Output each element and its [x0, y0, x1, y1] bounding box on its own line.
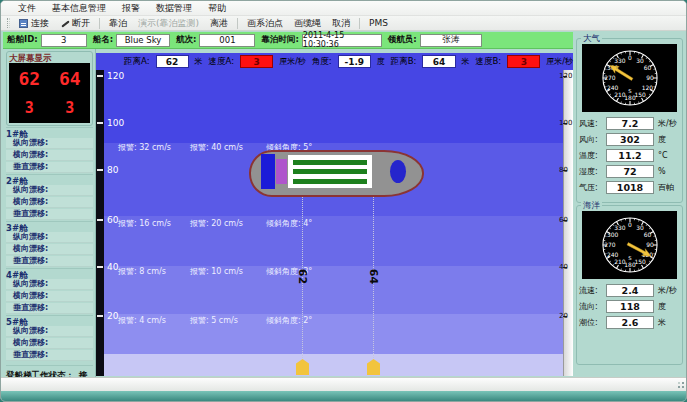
measure-value-2: -1.9 — [338, 55, 371, 68]
sensor-marker-1 — [367, 359, 380, 375]
svg-text:120: 120 — [641, 84, 653, 91]
menu-item-3[interactable]: 数据管理 — [149, 1, 199, 16]
ship-diagram — [249, 150, 424, 197]
environment-panel: 大气 0306090120150180210240270300330S 风速:7… — [574, 32, 685, 377]
measure-value-0: 62 — [156, 55, 189, 68]
menu-item-1[interactable]: 基本信息管理 — [45, 1, 113, 16]
svg-text:330: 330 — [614, 57, 626, 64]
axis-tick-label-right: 20 — [559, 312, 573, 320]
svg-text:330: 330 — [614, 224, 626, 231]
svg-text:60: 60 — [643, 64, 651, 71]
toolbar: 连接断开靠泊演示(靠泊监测)离港画系泊点画缆绳取消PMS — [1, 16, 686, 31]
atmosphere-row-2: 温度:11.2°C — [577, 147, 682, 163]
zone-annotation-2: 报警: 8 cm/s报警: 10 cm/s倾斜角度: 3° — [118, 266, 312, 277]
ocean-label-1: 流向: — [579, 301, 606, 312]
measure-unit-4: 厘米/秒 — [546, 56, 573, 67]
annotation-text: 报警: 4 cm/s — [118, 315, 190, 326]
toolbar-button-label: 取消 — [332, 17, 350, 30]
atmosphere-label-4: 气压: — [579, 182, 606, 193]
drift-item: 垂直漂移: — [6, 303, 93, 314]
toolbar-button-label: PMS — [369, 18, 388, 28]
measure-label-1: 速度A: — [209, 56, 235, 68]
ocean-group: 海洋 0306090120150180210240270300330S 流速:2… — [576, 205, 683, 365]
info-value-1[interactable]: Blue Sky — [116, 34, 170, 47]
toolbar-separator — [237, 18, 238, 29]
resize-grip[interactable] — [682, 386, 684, 388]
info-value-2[interactable]: 001 — [199, 34, 255, 47]
drift-item: 纵向漂移: — [6, 279, 93, 290]
measure-unit-0: 米 — [195, 56, 203, 67]
svg-text:270: 270 — [604, 74, 616, 81]
toolbar-button-label: 画系泊点 — [247, 17, 283, 30]
axis-tick-label-right: 80 — [559, 166, 573, 174]
sensor-distance-label-0: 62 — [296, 269, 309, 285]
berthing-view: 距离A:62米速度A:3厘米/秒角度:-1.9度距离B:64米速度B:3厘米/秒… — [96, 49, 573, 377]
annotation-text: 报警: 16 cm/s — [118, 218, 190, 229]
toolbar-button-label: 靠泊 — [109, 17, 127, 30]
annotation-text: 报警: 10 cm/s — [190, 266, 266, 277]
toolbar-button-8[interactable]: 画缆绳 — [289, 16, 326, 31]
svg-text:270: 270 — [604, 241, 616, 248]
measure-label-3: 距离B: — [391, 56, 417, 68]
big-screen-display-title: 大屏幕显示 — [9, 53, 90, 63]
info-label-0: 船舶ID: — [7, 34, 38, 46]
toolbar-button-5[interactable]: 离港 — [205, 16, 233, 31]
atmosphere-unit-0: 米/秒 — [654, 118, 677, 129]
app-window: 文件基本信息管理报警数据管理帮助 连接断开靠泊演示(靠泊监测)离港画系泊点画缆绳… — [0, 0, 687, 402]
drift-item: 横向漂移: — [6, 197, 93, 208]
info-label-2: 航次: — [176, 34, 196, 46]
menu-item-2[interactable]: 报警 — [115, 1, 147, 16]
axis-tick — [97, 219, 103, 221]
info-value-3[interactable]: 2011-4-15 10:30:36 — [302, 34, 382, 47]
ship-superstructure-blue — [261, 154, 275, 189]
ship-bow-tank — [390, 160, 406, 183]
axis-tick-label-left: 60 — [107, 215, 118, 225]
axis-tick-label-right: 120 — [559, 72, 573, 80]
toolbar-button-0[interactable]: 连接 — [14, 16, 54, 31]
toolbar-button-9[interactable]: 取消 — [327, 16, 355, 31]
toolbar-button-1[interactable]: 断开 — [55, 16, 95, 31]
toolbar-button-4[interactable]: 演示(靠泊监测) — [133, 16, 204, 31]
svg-text:180: 180 — [624, 261, 636, 268]
menu-item-4[interactable]: 帮助 — [201, 1, 233, 16]
drift-item: 垂直漂移: — [6, 209, 93, 220]
svg-text:30: 30 — [636, 57, 644, 64]
toolbar-button-3[interactable]: 靠泊 — [104, 16, 132, 31]
info-label-3: 靠泊时间: — [261, 34, 298, 46]
hold-group-title: 2#舱 — [6, 174, 93, 185]
svg-text:60: 60 — [643, 231, 651, 238]
pen-icon — [60, 19, 69, 28]
toolbar-button-11[interactable]: PMS — [364, 17, 393, 29]
drift-item: 横向漂移: — [6, 150, 93, 161]
measure-unit-2: 度 — [377, 56, 385, 67]
big-screen-display-group: 大屏幕显示 626433 — [6, 51, 93, 126]
svg-text:0: 0 — [628, 221, 632, 228]
drift-item: 纵向漂移: — [6, 185, 93, 196]
ocean-unit-0: 米/秒 — [654, 285, 677, 296]
hold-group-4: 4#舱纵向漂移:横向漂移:垂直漂移: — [6, 268, 93, 314]
toolbar-separator — [99, 18, 100, 29]
zone-annotation-3: 报警: 4 cm/s报警: 5 cm/s倾斜角度: 2° — [118, 315, 312, 326]
toolbar-button-label: 连接 — [31, 17, 49, 30]
toolbar-button-7[interactable]: 画系泊点 — [242, 16, 288, 31]
info-value-0[interactable]: 3 — [41, 34, 87, 47]
svg-text:210: 210 — [614, 258, 626, 265]
toolbar-separator — [359, 18, 360, 29]
axis-tick-label-right: 100 — [559, 119, 573, 127]
ocean-value-1: 118 — [606, 300, 654, 313]
ocean-row-1: 流向:118度 — [577, 298, 682, 314]
atmosphere-label-1: 风向: — [579, 134, 606, 145]
atmosphere-label-3: 湿度: — [579, 166, 606, 177]
menu-item-0[interactable]: 文件 — [11, 1, 43, 16]
axis-tick — [97, 315, 103, 317]
drift-item: 横向漂移: — [6, 338, 93, 349]
info-value-4[interactable]: 张涛 — [420, 34, 482, 47]
svg-text:0: 0 — [628, 54, 632, 61]
toolbar-button-label: 离港 — [210, 17, 228, 30]
distance-axis-right: 12010080604020 — [563, 70, 573, 376]
drift-item: 纵向漂移: — [6, 232, 93, 243]
svg-text:210: 210 — [614, 91, 626, 98]
annotation-text: 报警: 5 cm/s — [190, 315, 266, 326]
display-value-0-1: 64 — [59, 68, 81, 89]
axis-tick-label-right: 60 — [559, 216, 573, 224]
